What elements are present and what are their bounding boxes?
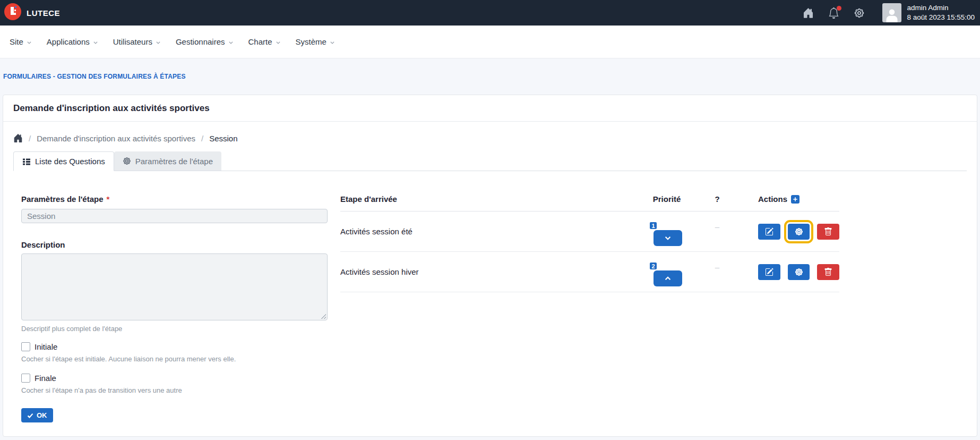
page-title: Demande d'inscription aux activités spor… [13,103,967,114]
delete-transition-button[interactable] [817,264,839,280]
priority-up-button[interactable] [654,270,682,286]
edit-transition-button[interactable] [758,264,780,280]
chevron-down-icon [27,40,32,45]
card-header: Demande d'inscription aux activités spor… [3,95,977,122]
actions-label: Actions [758,194,787,204]
home-icon[interactable] [13,133,23,143]
header-target-step: Etape d'arrivée [340,194,638,204]
tab-label: Liste des Questions [35,157,105,166]
configure-transition-button[interactable] [788,264,810,280]
priority-badge: 1 [649,221,658,230]
ok-button[interactable]: OK [21,408,53,422]
menu-label: Gestionnaires [176,37,225,46]
table-row: Activités session été 1 – [340,211,839,252]
gear-icon [123,157,131,165]
menu-label: Charte [248,37,272,46]
edit-icon [765,227,773,236]
main-menu: Site Applications Utilisateurs Gestionna… [0,26,980,58]
edit-icon [765,268,773,276]
menu-label: Applications [47,37,90,46]
chevron-down-icon [664,234,672,242]
breadcrumb-current: Session [209,134,237,143]
module-title: FORMULAIRES - GESTION DES FORMULAIRES À … [3,73,980,80]
menu-item-charte[interactable]: Charte [241,37,288,46]
priority-down-button[interactable] [654,230,682,246]
chevron-down-icon [276,40,281,45]
dash-placeholder: – [696,263,738,272]
step-parameters-form: Paramètres de l'étape* Description Descr… [21,194,328,422]
step-name-input[interactable] [21,209,328,223]
menu-item-applications[interactable]: Applications [39,37,106,46]
brand-name: LUTECE [27,9,60,18]
form-card: Demande d'inscription aux activités spor… [3,95,977,437]
description-textarea[interactable] [21,253,328,320]
user-date: 8 août 2023 15:55:00 [907,13,975,22]
chevron-up-icon [664,275,672,282]
menu-item-systeme[interactable]: Système [288,37,342,46]
delete-transition-button[interactable] [817,224,839,240]
tab-liste-des-questions[interactable]: Liste des Questions [13,151,114,171]
menu-label: Système [296,37,326,46]
bell-icon[interactable] [828,7,839,19]
final-help: Cocher si l'étape n'a pas de transition … [21,386,328,394]
menu-label: Site [10,37,23,46]
chevron-down-icon [330,40,335,45]
final-label: Finale [35,374,56,383]
breadcrumb: / Demande d'inscription aux activités sp… [3,122,977,151]
menu-item-gestionnaires[interactable]: Gestionnaires [168,37,241,46]
user-menu[interactable]: admin Admin 8 août 2023 15:55:00 [882,3,975,22]
lutece-logo-icon [4,3,21,22]
menu-label: Utilisateurs [113,37,152,46]
description-help: Descriptif plus complet de l'étape [21,325,328,333]
ok-label: OK [37,411,47,419]
breadcrumb-form-link[interactable]: Demande d'inscription aux activités spor… [37,134,195,143]
transitions-table: Etape d'arrivée Priorité ? Actions Activ… [340,194,839,422]
table-header-row: Etape d'arrivée Priorité ? Actions [340,194,839,211]
check-icon [27,412,33,419]
actions-cell [738,211,839,251]
transition-name: Activités session hiver [340,252,638,292]
home-icon[interactable] [803,7,814,19]
tab-label: Paramètres de l'étape [135,157,213,166]
trash-icon [824,268,832,276]
brand[interactable]: LUTECE [4,3,60,22]
notification-dot [837,6,841,11]
help-cell: – [696,252,738,292]
priority-cell: 1 [638,211,696,251]
user-name: admin Admin [907,3,975,13]
chevron-down-icon [93,40,98,45]
resize-handle-icon[interactable] [321,314,326,319]
initial-checkbox[interactable] [21,342,30,351]
configure-transition-button[interactable] [788,224,810,240]
initial-help: Cocher si l'étape est initiale. Aucune l… [21,355,328,363]
header-actions: Actions [738,194,839,204]
required-asterisk: * [106,194,109,204]
menu-item-utilisateurs[interactable]: Utilisateurs [106,37,168,46]
menu-item-site[interactable]: Site [2,37,39,46]
tab-bar: Liste des Questions Paramètres de l'étap… [13,151,967,171]
add-transition-button[interactable] [791,195,800,204]
chevron-down-icon [156,40,161,45]
help-cell: – [696,211,738,251]
list-icon [22,157,31,166]
step-name-label: Paramètres de l'étape* [21,194,328,204]
plus-icon [793,197,798,202]
breadcrumb-separator: / [29,134,31,143]
gear-icon[interactable] [854,7,865,19]
topbar: LUTECE admin Admin 8 août 2023 15:55:00 [0,0,980,26]
initial-label: Initiale [35,342,57,351]
table-row: Activités session hiver 2 – [340,252,839,292]
gear-icon [795,227,803,236]
chevron-down-icon [228,40,234,45]
final-checkbox[interactable] [21,374,30,383]
priority-cell: 2 [638,252,696,292]
edit-transition-button[interactable] [758,224,780,240]
actions-cell [738,252,839,292]
header-help: ? [696,194,738,204]
gear-icon [795,268,803,276]
transition-name: Activités session été [340,211,638,251]
dash-placeholder: – [696,222,738,231]
header-priority: Priorité [638,194,696,204]
description-label: Description [21,240,328,249]
tab-parametres-etape[interactable]: Paramètres de l'étape [114,151,221,171]
